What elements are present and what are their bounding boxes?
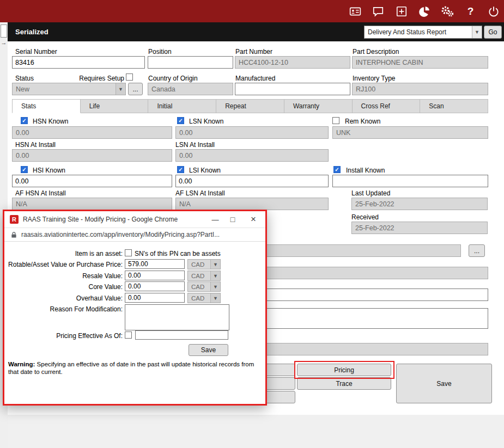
- lsn-at-install-label: LSN At Install: [175, 141, 215, 149]
- popup-url-bar[interactable]: raasais.aviationintertec.com/app/invento…: [4, 228, 265, 242]
- rem-field: UNK: [332, 126, 488, 139]
- report-dropdown[interactable]: Delivery And Status Report ▼: [364, 26, 482, 39]
- lsn-known-label: LSN Known: [189, 118, 223, 125]
- status-select[interactable]: New ▼: [12, 83, 126, 95]
- chevron-down-icon: ▼: [472, 26, 482, 38]
- asset-checkbox[interactable]: [125, 249, 132, 256]
- tab-warranty[interactable]: Warranty: [284, 99, 353, 113]
- asset-label: Item is an asset:: [75, 250, 123, 257]
- lsn-known-checkbox[interactable]: [177, 117, 184, 124]
- tab-cross-ref[interactable]: Cross Ref: [353, 99, 421, 113]
- popup-warning-text: Specifying an effective as of date in th…: [8, 361, 254, 375]
- af-lsn-at-install-label: AF LSN At Install: [175, 189, 225, 197]
- tab-stats[interactable]: Stats: [12, 99, 81, 113]
- topbar-icon-group: ?: [349, 0, 500, 22]
- pricing-button[interactable]: Pricing: [297, 364, 391, 376]
- raas-logo-icon: R: [10, 215, 19, 224]
- popup-window-title: RAAS Training Site - Modify Pricing - Go…: [23, 216, 178, 223]
- expand-arrow-icon[interactable]: →: [0, 39, 8, 47]
- lsi-known-checkbox[interactable]: [177, 166, 184, 173]
- rem-known-label: Rem Known: [345, 118, 380, 125]
- install-input[interactable]: [332, 175, 488, 187]
- chevron-down-icon: ▼: [210, 271, 220, 280]
- tab-repeat[interactable]: Repeat: [216, 99, 284, 113]
- help-icon[interactable]: ?: [464, 5, 477, 18]
- effective-date-input[interactable]: [135, 330, 228, 340]
- hsn-field: 0.00: [12, 126, 172, 139]
- lsn-at-install-field: 0.00: [175, 149, 329, 162]
- minimize-icon[interactable]: —: [209, 214, 222, 225]
- position-input[interactable]: [148, 56, 233, 69]
- save-button[interactable]: Save: [396, 364, 492, 403]
- contact-card-icon[interactable]: [349, 5, 362, 18]
- close-icon[interactable]: ×: [247, 214, 260, 225]
- tab-scan[interactable]: Scan: [420, 99, 488, 113]
- received-field: 25-Feb-2022: [351, 222, 488, 234]
- page-title: Serialized: [15, 28, 48, 36]
- requires-setup-checkbox[interactable]: [126, 73, 133, 81]
- hsn-at-install-field: 0.00: [12, 149, 172, 162]
- reason-textarea[interactable]: [125, 304, 229, 330]
- core-value-input[interactable]: [125, 281, 185, 291]
- rem-known-checkbox[interactable]: [332, 117, 339, 124]
- hsn-at-install-label: HSN At Install: [15, 141, 56, 149]
- lsn-field: 0.00: [175, 126, 329, 139]
- serial-number-label: Serial Number: [15, 48, 57, 56]
- modify-pricing-popup: R RAAS Training Site - Modify Pricing - …: [3, 210, 267, 406]
- hsi-input[interactable]: [12, 175, 172, 187]
- hsn-known-checkbox[interactable]: [21, 117, 28, 124]
- pie-chart-icon[interactable]: [418, 5, 431, 18]
- new-window-icon[interactable]: [395, 5, 408, 18]
- core-currency-value: CAD: [191, 284, 204, 290]
- purchase-price-input[interactable]: [125, 259, 185, 269]
- af-hsn-at-install-field: N/A: [12, 198, 172, 210]
- purchase-currency-value: CAD: [191, 261, 204, 268]
- report-dropdown-value: Delivery And Status Report: [368, 28, 446, 36]
- maximize-icon[interactable]: □: [226, 214, 239, 225]
- resale-value-input[interactable]: [125, 271, 185, 280]
- lsi-input[interactable]: [175, 175, 329, 187]
- install-known-checkbox[interactable]: [333, 166, 341, 173]
- part-number-label: Part Number: [235, 48, 272, 56]
- af-lsn-at-install-field: N/A: [175, 198, 329, 210]
- last-updated-field: 25-Feb-2022: [351, 198, 488, 210]
- popup-save-button[interactable]: Save: [189, 344, 228, 356]
- trace-button[interactable]: Trace: [297, 377, 391, 390]
- resale-currency-select[interactable]: CAD ▼: [187, 271, 221, 281]
- gears-icon[interactable]: [441, 5, 454, 18]
- popup-title-bar[interactable]: R RAAS Training Site - Modify Pricing - …: [4, 211, 265, 228]
- effective-date-label: Pricing Effective As Of:: [56, 332, 123, 340]
- hsi-known-label: HSI Known: [33, 167, 65, 174]
- chevron-down-icon: ▼: [116, 83, 125, 95]
- resale-value-label: Resale Value:: [82, 272, 123, 280]
- asset-note: SN's of this PN can be assets: [135, 250, 221, 257]
- status-label: Status: [15, 75, 34, 82]
- status-select-value: New: [16, 85, 29, 93]
- tab-initial[interactable]: Initial: [148, 99, 216, 113]
- effective-date-checkbox[interactable]: [125, 332, 132, 339]
- hsi-known-checkbox[interactable]: [21, 166, 28, 173]
- manufactured-label: Manufactured: [235, 75, 275, 82]
- panel-collapse-handle[interactable]: [1, 24, 7, 38]
- inventory-type-label: Inventory Type: [353, 75, 396, 82]
- resale-currency-value: CAD: [191, 273, 204, 279]
- serial-number-input[interactable]: [12, 56, 145, 69]
- purchase-price-label: Rotable/Asset Value or Purchase Price:: [8, 261, 123, 268]
- inventory-type-field: RJ100: [352, 83, 488, 95]
- detail-more-button[interactable]: ...: [469, 244, 485, 257]
- power-icon[interactable]: [487, 5, 500, 18]
- overhaul-value-input[interactable]: [125, 293, 185, 303]
- lock-icon: [11, 231, 17, 238]
- core-currency-select[interactable]: CAD ▼: [187, 281, 221, 292]
- popup-url: raasais.aviationintertec.com/app/invento…: [21, 231, 220, 238]
- chevron-down-icon: ▼: [210, 260, 220, 269]
- chat-icon[interactable]: [372, 5, 385, 18]
- manufactured-input[interactable]: [235, 83, 350, 95]
- purchase-currency-select[interactable]: CAD ▼: [187, 259, 221, 269]
- part-number-field: HCC4100-12-10: [235, 56, 350, 69]
- status-more-button[interactable]: ...: [128, 83, 143, 95]
- popup-warning: Warning: Specifying an effective as of d…: [8, 361, 260, 376]
- overhaul-currency-select[interactable]: CAD ▼: [187, 293, 221, 303]
- go-button[interactable]: Go: [484, 26, 502, 39]
- tab-life[interactable]: Life: [81, 99, 149, 113]
